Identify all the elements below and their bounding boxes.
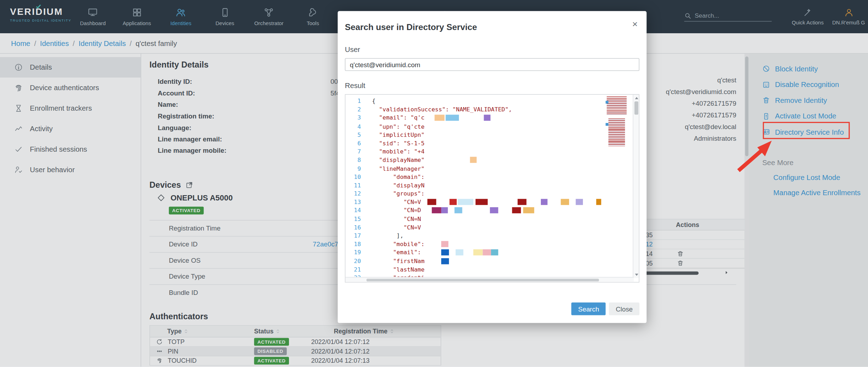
modal-footer: Search Close — [572, 303, 639, 315]
code-line: 8 "displayName" — [346, 156, 639, 164]
line-number: 7 — [346, 147, 365, 156]
redaction-box — [427, 199, 436, 205]
code-line: 13 "CN=V — [346, 198, 639, 206]
code-line: 16 "CN=V — [346, 223, 639, 232]
scroll-up-icon[interactable] — [635, 97, 638, 99]
search-button[interactable]: Search — [572, 303, 606, 315]
redaction-box — [470, 157, 477, 163]
code-line: 11 "displayN — [346, 181, 639, 190]
modal-title: Search user in Directory Service — [345, 11, 639, 32]
line-number: 19 — [346, 249, 365, 257]
redaction-box — [476, 199, 488, 205]
redaction-box — [432, 208, 441, 214]
line-number: 8 — [346, 156, 365, 164]
code-horizontal-scrollbar[interactable] — [346, 277, 634, 282]
redaction-box — [441, 241, 448, 247]
hscroll-thumb[interactable] — [366, 278, 599, 281]
redaction-box — [512, 208, 521, 214]
redaction-box — [455, 208, 462, 214]
line-number: 4 — [346, 122, 365, 131]
line-number: 10 — [346, 173, 365, 181]
user-field-label: User — [345, 45, 639, 54]
code-line: 9 "lineManager" — [346, 164, 639, 173]
redaction-box — [456, 250, 463, 256]
line-number: 15 — [346, 215, 365, 223]
redaction-box — [483, 250, 491, 256]
line-number: 3 — [346, 114, 365, 122]
code-line: 19 "email": — [346, 249, 639, 257]
line-number: 6 — [346, 139, 365, 147]
redaction-box — [441, 250, 449, 256]
code-line: 10 "domain": — [346, 173, 639, 181]
code-line: 15 "CN=N — [346, 215, 639, 223]
vscroll-thumb[interactable] — [634, 101, 638, 115]
line-number: 5 — [346, 130, 365, 139]
code-minimap — [606, 97, 630, 147]
line-number: 9 — [346, 164, 365, 173]
redaction-box — [596, 199, 601, 205]
redaction-box — [441, 258, 449, 264]
code-line: 17 ], — [346, 232, 639, 240]
line-number: 16 — [346, 223, 365, 232]
result-label: Result — [345, 81, 639, 90]
code-line: 14 "CN=D — [346, 206, 639, 215]
redaction-box — [541, 199, 548, 205]
code-vertical-scrollbar[interactable] — [633, 95, 639, 278]
redaction-box — [523, 208, 534, 214]
line-number: 20 — [346, 257, 365, 265]
redaction-box — [458, 199, 473, 205]
redaction-box — [445, 115, 459, 121]
code-line: 7 "mobile": "+4 — [346, 147, 639, 156]
line-number: 12 — [346, 190, 365, 198]
redaction-box — [441, 208, 448, 214]
redaction-box — [561, 199, 569, 205]
code-line: 5 "implicitUpn" — [346, 130, 639, 139]
code-line: 18 "mobile": — [346, 240, 639, 249]
code-line: 4 "upn": "q'cte — [346, 122, 639, 131]
redaction-box — [491, 250, 498, 256]
line-number: 17 — [346, 232, 365, 240]
annotation-arrow — [732, 134, 781, 176]
code-line: 20 "firstNam — [346, 257, 639, 265]
redaction-box — [490, 208, 498, 214]
user-search-input[interactable] — [345, 58, 639, 71]
line-number: 13 — [346, 198, 365, 206]
line-number: 11 — [346, 181, 365, 190]
code-line: 21 "lastName — [346, 265, 639, 274]
code-line: 12 "groups": — [346, 190, 639, 198]
line-number: 21 — [346, 265, 365, 274]
code-line: 1{ — [346, 97, 639, 105]
code-line: 6 "sid": "S-1-5 — [346, 139, 639, 147]
line-number: 1 — [346, 97, 365, 105]
line-number: 18 — [346, 240, 365, 249]
redaction-box — [473, 250, 483, 256]
redaction-box — [484, 115, 491, 121]
app-window: VERIDIUM TRUSTED DIGITAL IDENTITY Dashbo… — [0, 0, 868, 367]
code-line: 3 "email": "q'c — [346, 114, 639, 122]
line-number: 2 — [346, 105, 365, 114]
directory-search-modal: Search user in Directory Service × User … — [338, 11, 646, 323]
close-button[interactable]: Close — [609, 303, 639, 315]
modal-close-icon[interactable]: × — [632, 19, 638, 29]
redaction-box — [435, 115, 444, 121]
result-code-viewer: 1{2 "validationSuccess": "NAME_VALIDATED… — [345, 94, 639, 282]
redaction-box — [576, 199, 583, 205]
scroll-down-icon[interactable] — [635, 274, 638, 276]
line-number: 14 — [346, 206, 365, 215]
code-line: 2 "validationSuccess": "NAME_VALIDATED", — [346, 105, 639, 114]
redaction-box — [449, 199, 456, 205]
redaction-box — [518, 199, 526, 205]
